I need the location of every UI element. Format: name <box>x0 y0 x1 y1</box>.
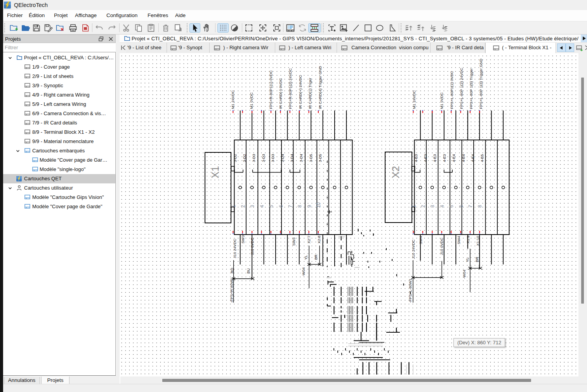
svg-text:M1 24VDC: M1 24VDC <box>231 90 235 109</box>
svg-text:X2: X2 <box>390 166 401 178</box>
svg-text:4-E4: 4-E4 <box>461 154 465 162</box>
svg-text:3-D5: 3-D5 <box>318 154 322 162</box>
svg-text:5: 5 <box>269 205 274 208</box>
svg-text:FPS+L-80P 1(2) 24VDC: FPS+L-80P 1(2) 24VDC <box>459 68 464 109</box>
svg-text:4-E3: 4-E3 <box>432 154 437 162</box>
svg-text:7: 7 <box>288 205 293 208</box>
svg-text:3: 3 <box>430 205 435 208</box>
svg-text:6: 6 <box>458 205 464 208</box>
svg-text:X1:9: X1:9 <box>466 235 470 243</box>
svg-text:7: 7 <box>468 205 473 208</box>
svg-text:1: 1 <box>231 205 236 208</box>
svg-text:FPS+R-80P1(2) 24VDC: FPS+R-80P1(2) 24VDC <box>288 68 292 109</box>
svg-text:4-E4: 4-E4 <box>452 154 456 162</box>
svg-text:FPS+L-80P 1(5) Trigger: FPS+L-80P 1(5) Trigger <box>469 68 473 109</box>
svg-text:4: 4 <box>439 205 445 208</box>
svg-text:IR CARD(1) Triger: IR CARD(1) Triger <box>308 78 312 109</box>
svg-text:J10 24VDC: J10 24VDC <box>233 239 237 259</box>
svg-text:2: 2 <box>240 205 246 208</box>
svg-text:4: 4 <box>259 205 265 208</box>
svg-text:FPS+R-80P1(1) 0VDC: FPS+R-80P1(1) 0VDC <box>269 70 273 109</box>
svg-text:3-D4: 3-D4 <box>290 154 294 162</box>
svg-text:3-D3: 3-D3 <box>261 154 266 162</box>
svg-text:5: 5 <box>449 205 454 208</box>
svg-text:-W04: -W04 <box>462 269 466 279</box>
svg-text:3-D2: 3-D2 <box>242 154 247 162</box>
svg-text:J10 24VDC: J10 24VDC <box>411 240 415 259</box>
svg-text:2: 2 <box>420 205 426 208</box>
svg-text:3-D5: 3-D5 <box>309 154 313 162</box>
svg-text:SW3: SW3 <box>241 235 245 243</box>
svg-text:6: 6 <box>278 205 284 208</box>
svg-text:4-E4: 4-E4 <box>471 154 475 162</box>
svg-text:3: 3 <box>250 205 255 208</box>
svg-text:-W04: -W04 <box>301 267 306 276</box>
svg-text:YL: YL <box>304 255 308 260</box>
svg-text:RD: RD <box>230 268 234 273</box>
svg-text:-FPS+R-80W1: -FPS+R-80W1 <box>229 278 234 303</box>
svg-text:FPS+L-80P 1(3) Trigger GND: FPS+L-80P 1(3) Trigger GND <box>479 59 483 109</box>
svg-text:SW3: SW3 <box>292 237 296 246</box>
svg-text:X2:7: X2:7 <box>307 236 311 243</box>
svg-text:8: 8 <box>477 205 483 208</box>
svg-text:3-D4: 3-D4 <box>280 154 285 162</box>
svg-text:FPS+L-80P1(1) 0VDC: FPS+L-80P1(1) 0VDC <box>450 71 454 109</box>
svg-text:4-E3: 4-E3 <box>423 154 427 162</box>
svg-text:M1 24VDC: M1 24VDC <box>412 90 416 109</box>
svg-text:SW4: SW4 <box>419 236 423 244</box>
svg-text:4-E3: 4-E3 <box>442 154 446 162</box>
svg-text:M1 0VDC: M1 0VDC <box>249 92 254 109</box>
svg-text:BR: BR <box>314 254 318 260</box>
svg-text:YL: YL <box>465 257 469 262</box>
svg-text:3-D2: 3-D2 <box>233 154 237 162</box>
svg-text:BU: BU <box>246 268 250 274</box>
svg-text:4-E5: 4-E5 <box>480 154 484 162</box>
svg-text:9: 9 <box>307 205 312 208</box>
svg-text:10: 10 <box>316 202 321 208</box>
svg-text:IR CARD(-) 0VDC: IR CARD(-) 0VDC <box>278 78 283 109</box>
svg-text:-FPS+L-80W1: -FPS+L-80W1 <box>408 278 412 303</box>
svg-text:X1:10: X1:10 <box>476 236 480 246</box>
svg-text:1: 1 <box>411 205 417 208</box>
svg-text:X2:8: X2:8 <box>317 235 321 243</box>
svg-text:8: 8 <box>297 205 302 208</box>
svg-text:3-D4: 3-D4 <box>299 154 303 162</box>
svg-text:3-D3: 3-D3 <box>252 154 256 162</box>
svg-text:M1 0VDC: M1 0VDC <box>439 92 444 109</box>
svg-text:4-E3: 4-E3 <box>414 154 418 162</box>
svg-text:3-D3: 3-D3 <box>271 154 275 162</box>
svg-text:IR CARD(+) 24VDC: IR CARD(+) 24VDC <box>298 75 302 109</box>
svg-text:SW4: SW4 <box>457 236 461 244</box>
svg-text:J10 0VDC: J10 0VDC <box>439 238 444 255</box>
svg-text:IR CARD(4) Trigger GND: IR CARD(4) Trigger GND <box>318 66 322 109</box>
svg-text:X1: X1 <box>209 166 221 178</box>
svg-text:BR: BR <box>475 257 479 262</box>
svg-text:J10 0VDC: J10 0VDC <box>250 238 254 255</box>
